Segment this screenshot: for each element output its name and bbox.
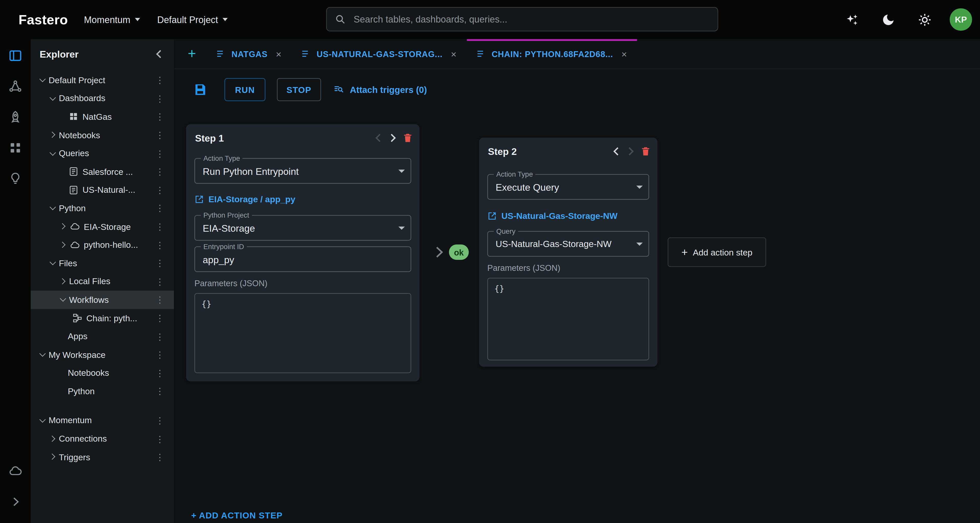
kebab-menu-icon[interactable]: ⋮ — [153, 258, 166, 269]
query-select[interactable]: Query US-Natural-Gas-Storage-NW — [487, 231, 649, 257]
close-icon[interactable]: × — [449, 48, 458, 60]
chevron-down-icon[interactable] — [47, 92, 59, 104]
tab-us-natural-gas-storage[interactable]: US-NATURAL-GAS-STORAG... × — [292, 39, 466, 69]
tree-item-my-workspace[interactable]: My Workspace ⋮ — [31, 346, 174, 364]
tree-item-python[interactable]: Python ⋮ — [31, 199, 174, 217]
chevron-down-icon[interactable] — [47, 203, 59, 214]
kebab-menu-icon[interactable]: ⋮ — [153, 312, 166, 324]
chevron-down-icon — [636, 243, 643, 246]
add-action-step-text-button[interactable]: + ADD ACTION STEP — [191, 511, 283, 520]
chevron-right-icon[interactable] — [47, 451, 59, 463]
step-move-right-button[interactable] — [385, 131, 399, 145]
tree-item-apps[interactable]: Apps ⋮ — [31, 327, 174, 345]
kebab-menu-icon[interactable]: ⋮ — [153, 386, 166, 397]
rail-item-cloud[interactable] — [3, 458, 28, 484]
rail-item-hub[interactable] — [3, 74, 28, 99]
save-button[interactable] — [193, 83, 207, 97]
tree-item-local-files[interactable]: Local Files ⋮ — [31, 273, 174, 290]
kebab-menu-icon[interactable]: ⋮ — [153, 184, 166, 196]
params-textarea[interactable]: {} — [194, 293, 411, 373]
chevron-down-icon[interactable] — [37, 75, 49, 86]
rail-item-explorer[interactable] — [3, 43, 28, 69]
chevron-right-icon[interactable] — [47, 433, 59, 445]
kebab-menu-icon[interactable]: ⋮ — [153, 367, 166, 379]
tree-item-ws-notebooks[interactable]: Notebooks ⋮ — [31, 364, 174, 382]
tree-item-dashboards[interactable]: Dashboards ⋮ — [31, 89, 174, 107]
new-tab-button[interactable]: + — [184, 39, 200, 69]
collapse-sidebar-button[interactable] — [152, 47, 165, 60]
tree-item-notebooks[interactable]: Notebooks ⋮ — [31, 126, 174, 144]
workspace-menu[interactable]: Momentum — [84, 14, 140, 25]
chevron-down-icon[interactable] — [47, 148, 59, 159]
tree-item-eia-storage[interactable]: EIA-Storage ⋮ — [31, 217, 174, 236]
tree-item-natgas[interactable]: NatGas ⋮ — [31, 107, 174, 126]
kebab-menu-icon[interactable]: ⋮ — [153, 111, 166, 123]
python-project-select[interactable]: Python Project EIA-Storage — [194, 215, 411, 241]
step-move-left-button[interactable] — [609, 144, 623, 158]
kebab-menu-icon[interactable]: ⋮ — [153, 75, 166, 86]
kebab-menu-icon[interactable]: ⋮ — [153, 451, 166, 463]
kebab-menu-icon[interactable]: ⋮ — [153, 433, 166, 445]
kebab-menu-icon[interactable]: ⋮ — [153, 276, 166, 287]
chevron-right-icon[interactable] — [57, 239, 69, 250]
delete-step-button[interactable] — [638, 144, 652, 158]
params-textarea[interactable]: {} — [487, 278, 649, 360]
close-icon[interactable]: × — [274, 48, 283, 60]
kebab-menu-icon[interactable]: ⋮ — [153, 92, 166, 104]
chevron-right-icon[interactable] — [47, 129, 59, 141]
tree-item-chain-python[interactable]: Chain: pyth... ⋮ — [31, 309, 174, 327]
run-button[interactable]: RUN — [224, 78, 266, 101]
kebab-menu-icon[interactable]: ⋮ — [153, 294, 166, 306]
kebab-menu-icon[interactable]: ⋮ — [153, 148, 166, 159]
kebab-menu-icon[interactable]: ⋮ — [153, 331, 166, 342]
settings-button[interactable] — [906, 5, 943, 34]
rail-item-apps[interactable] — [3, 135, 28, 161]
expand-rail-button[interactable] — [3, 489, 28, 515]
kebab-menu-icon[interactable]: ⋮ — [153, 203, 166, 214]
tree-item-triggers[interactable]: Triggers ⋮ — [31, 448, 174, 466]
tree-item-momentum[interactable]: Momentum ⋮ — [31, 411, 174, 430]
kebab-menu-icon[interactable]: ⋮ — [153, 239, 166, 250]
query-link[interactable]: US-Natural-Gas-Storage-NW — [487, 211, 617, 221]
kebab-menu-icon[interactable]: ⋮ — [153, 129, 166, 141]
action-type-select[interactable]: Action Type Run Python Entrypoint — [194, 158, 411, 184]
add-action-step-button[interactable]: + Add action step — [668, 238, 766, 267]
ai-assistant-button[interactable] — [834, 5, 870, 34]
delete-step-button[interactable] — [400, 131, 414, 145]
chevron-down-icon[interactable] — [57, 294, 69, 306]
kebab-menu-icon[interactable]: ⋮ — [153, 166, 166, 177]
attach-triggers-button[interactable]: Attach triggers (0) — [333, 84, 427, 96]
kebab-menu-icon[interactable]: ⋮ — [153, 415, 166, 426]
tree-item-workflows[interactable]: Workflows ⋮ — [31, 290, 174, 309]
close-icon[interactable]: × — [620, 48, 628, 60]
rail-item-insights[interactable] — [3, 166, 28, 191]
tree-item-us-natural-query[interactable]: US-Natural-... ⋮ — [31, 181, 174, 199]
tree-item-python-hello[interactable]: python-hello... ⋮ — [31, 236, 174, 254]
tree-item-default-project[interactable]: Default Project ⋮ — [31, 71, 174, 89]
tree-item-queries[interactable]: Queries ⋮ — [31, 144, 174, 162]
app-logo[interactable]: Fastero — [19, 12, 68, 27]
chevron-down-icon[interactable] — [47, 258, 59, 269]
chevron-right-icon[interactable] — [57, 276, 69, 287]
avatar[interactable]: KP — [950, 8, 972, 31]
tab-chain-python[interactable]: CHAIN: PYTHON.68FA2D68... × — [466, 39, 637, 69]
tree-item-files[interactable]: Files ⋮ — [31, 254, 174, 272]
chevron-down-icon[interactable] — [37, 415, 49, 426]
tree-item-label: Notebooks — [59, 130, 148, 140]
action-type-select[interactable]: Action Type Execute Query — [487, 174, 649, 200]
chevron-down-icon[interactable] — [37, 349, 49, 360]
project-menu[interactable]: Default Project — [157, 14, 228, 25]
kebab-menu-icon[interactable]: ⋮ — [153, 349, 166, 360]
entrypoint-link[interactable]: EIA-Storage / app_py — [194, 195, 295, 204]
entrypoint-id-input[interactable]: Entrypoint ID app_py — [194, 247, 411, 272]
tree-item-ws-python[interactable]: Python ⋮ — [31, 382, 174, 400]
rail-item-deploy[interactable] — [3, 104, 28, 130]
tree-item-salesforce-query[interactable]: Salesforce ... ⋮ — [31, 163, 174, 181]
stop-button[interactable]: STOP — [277, 78, 321, 101]
theme-toggle-button[interactable] — [870, 5, 906, 34]
tab-natgas[interactable]: NATGAS × — [207, 39, 292, 69]
tree-item-connections[interactable]: Connections ⋮ — [31, 430, 174, 448]
chevron-right-icon[interactable] — [57, 221, 69, 233]
kebab-menu-icon[interactable]: ⋮ — [153, 221, 166, 233]
search-input[interactable] — [353, 14, 710, 25]
